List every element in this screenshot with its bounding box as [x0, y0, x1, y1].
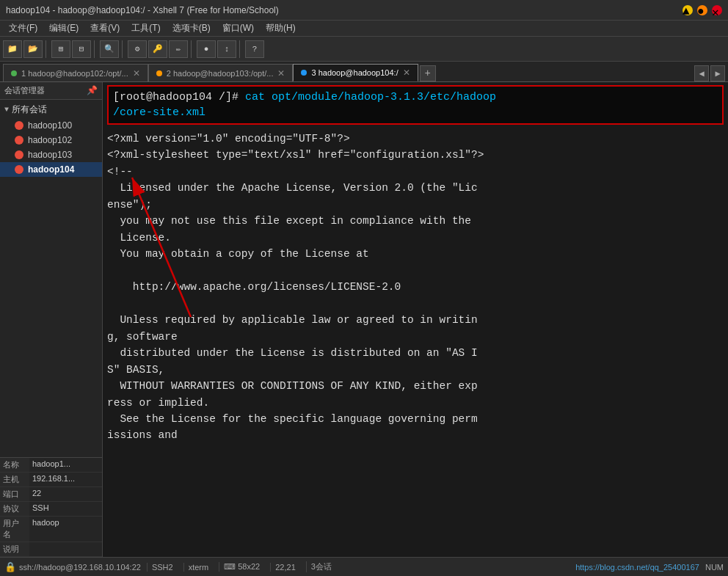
- sidebar-item-hadoop102-label: hadoop102: [28, 135, 72, 145]
- status-count: 3会话: [306, 561, 336, 572]
- info-row-protocol: 协议 SSH: [0, 502, 102, 517]
- tab-3[interactable]: 3 hadoop@hadoop104:/ ✕: [293, 64, 418, 81]
- menu-view[interactable]: 查看(V): [84, 22, 125, 34]
- menu-tabs[interactable]: 选项卡(B): [167, 22, 216, 34]
- status-terminal: xterm: [183, 563, 214, 572]
- tab-1-label: 1 hadoop@hadoop102:/opt/...: [21, 69, 128, 78]
- sidebar-item-hadoop104-label: hadoop104: [28, 164, 74, 175]
- tab-3-close[interactable]: ✕: [403, 68, 410, 78]
- sidebar-item-hadoop102[interactable]: hadoop102: [0, 133, 102, 147]
- info-row-name: 名称 hadoop1...: [0, 458, 102, 473]
- menu-bar: 文件(F) 编辑(E) 查看(V) 工具(T) 选项卡(B) 窗口(W) 帮助(…: [0, 21, 728, 37]
- window-controls: ▲ ● ✕: [682, 5, 722, 15]
- toolbar: 📁 📂 ⊞ ⊟ 🔍 ⚙ 🔑 ✏ ● ↕ ?: [0, 37, 728, 62]
- toolbar-key[interactable]: 🔑: [148, 40, 167, 58]
- status-bar: 🔒 ssh://hadoop@192.168.10.104:22 SSH2 xt…: [0, 557, 728, 576]
- command-line: [root@hadoop104 /]# cat opt/module/hadoo…: [113, 90, 718, 120]
- sidebar-item-hadoop103-label: hadoop103: [28, 150, 72, 160]
- toolbar-open[interactable]: 📂: [23, 40, 43, 58]
- status-num-mode: NUM: [705, 563, 724, 572]
- main-layout: 会话管理器 📌 ▼ 所有会话 hadoop100 hadoop102 hadoo…: [0, 82, 728, 557]
- toolbar-new[interactable]: 📁: [3, 40, 22, 58]
- title-text: hadoop104 - hadoop@hadoop104:/ - Xshell …: [6, 5, 279, 15]
- status-connection-text: ssh://hadoop@192.168.10.104:22: [19, 563, 141, 572]
- info-value-port: 22: [29, 487, 44, 501]
- sidebar-group-icon: ▼: [4, 106, 9, 114]
- status-size: ⌨ 58x22: [219, 562, 264, 572]
- toolbar-separator-1: [46, 40, 48, 58]
- tab-2-status-dot: [156, 70, 162, 76]
- status-position: 22,21: [270, 563, 300, 572]
- tab-bar: 1 hadoop@hadoop102:/opt/... ✕ 2 hadoop@h…: [0, 62, 728, 82]
- info-label-host: 主机: [0, 473, 29, 486]
- tab-1-status-dot: [11, 70, 17, 76]
- minimize-button[interactable]: ▲: [682, 5, 693, 15]
- tab-prev-button[interactable]: ◀: [694, 65, 709, 81]
- menu-edit[interactable]: 编辑(E): [43, 22, 84, 34]
- toolbar-separator-2: [94, 40, 97, 58]
- xml-content: <?xml version="1.0" encoding="UTF-8"?> <…: [107, 131, 724, 444]
- toolbar-transfer[interactable]: ↕: [217, 40, 236, 58]
- info-value-name: hadoop1...: [29, 458, 73, 472]
- terminal-area[interactable]: [root@hadoop104 /]# cat opt/module/hadoo…: [103, 82, 728, 557]
- info-value-protocol: SSH: [29, 502, 52, 516]
- info-value-desc: [29, 542, 35, 556]
- sidebar-item-hadoop102-icon: [15, 136, 23, 145]
- info-row-port: 端口 22: [0, 487, 102, 502]
- info-label-username: 用户名: [0, 517, 29, 542]
- info-label-desc: 说明: [0, 542, 29, 556]
- toolbar-separator-4: [191, 40, 194, 58]
- maximize-button[interactable]: ●: [697, 5, 707, 15]
- tab-2-close[interactable]: ✕: [277, 68, 285, 79]
- sidebar-pin-icon[interactable]: 📌: [87, 85, 98, 96]
- command-box: [root@hadoop104 /]# cat opt/module/hadoo…: [107, 85, 724, 125]
- sidebar-group-label: 所有会话: [12, 103, 47, 116]
- menu-tools[interactable]: 工具(T): [125, 22, 166, 34]
- status-protocol: SSH2: [147, 563, 178, 572]
- menu-help[interactable]: 帮助(H): [260, 22, 302, 34]
- tab-2[interactable]: 2 hadoop@hadoop103:/opt/... ✕: [148, 64, 294, 81]
- sidebar-item-hadoop100[interactable]: hadoop100: [0, 118, 102, 133]
- sidebar-item-hadoop100-label: hadoop100: [28, 120, 72, 131]
- status-url: https://blog.csdn.net/qq_25400167: [575, 563, 699, 572]
- info-row-username: 用户名 hadoop: [0, 517, 102, 542]
- sidebar-item-hadoop100-icon: [15, 121, 23, 130]
- toolbar-record[interactable]: ●: [197, 40, 216, 58]
- toolbar-separator-5: [239, 40, 242, 58]
- sidebar-group-all[interactable]: ▼ 所有会话: [0, 101, 102, 118]
- sidebar-item-hadoop103[interactable]: hadoop103: [0, 147, 102, 162]
- toolbar-settings[interactable]: ⚙: [128, 40, 147, 58]
- sidebar-item-hadoop104[interactable]: hadoop104: [0, 162, 102, 177]
- sidebar-header: 会话管理器 📌: [0, 82, 102, 100]
- title-bar: hadoop104 - hadoop@hadoop104:/ - Xshell …: [0, 0, 728, 21]
- tab-3-status-dot: [301, 70, 307, 76]
- toolbar-copy[interactable]: ⊞: [51, 40, 70, 58]
- menu-window[interactable]: 窗口(W): [216, 22, 260, 34]
- tab-1[interactable]: 1 hadoop@hadoop102:/opt/... ✕: [3, 64, 148, 81]
- close-button[interactable]: ✕: [712, 5, 722, 15]
- menu-file[interactable]: 文件(F): [3, 22, 43, 34]
- tab-next-button[interactable]: ▶: [710, 65, 725, 81]
- info-row-desc: 说明: [0, 542, 102, 557]
- status-connection: 🔒 ssh://hadoop@192.168.10.104:22: [4, 561, 141, 572]
- info-row-host: 主机 192.168.1...: [0, 473, 102, 487]
- new-tab-button[interactable]: +: [420, 65, 436, 81]
- info-value-host: 192.168.1...: [29, 473, 78, 486]
- sidebar-item-hadoop103-icon: [15, 150, 23, 159]
- toolbar-search[interactable]: 🔍: [100, 40, 119, 58]
- info-label-port: 端口: [0, 487, 29, 501]
- toolbar-separator-3: [122, 40, 125, 58]
- tab-3-label: 3 hadoop@hadoop104:/: [311, 68, 398, 77]
- info-label-protocol: 协议: [0, 502, 29, 516]
- tab-1-close[interactable]: ✕: [133, 68, 140, 79]
- tab-2-label: 2 hadoop@hadoop103:/opt/...: [167, 69, 274, 78]
- sidebar-title: 会话管理器: [4, 85, 45, 96]
- toolbar-help[interactable]: ?: [245, 40, 264, 58]
- lock-icon: 🔒: [4, 561, 16, 572]
- tab-navigation: ◀ ▶: [694, 65, 725, 81]
- command-prompt: [root@hadoop104 /]#: [113, 91, 245, 103]
- toolbar-paste[interactable]: ⊟: [72, 40, 91, 58]
- sidebar-item-hadoop104-icon: [15, 165, 23, 174]
- toolbar-compose[interactable]: ✏: [169, 40, 188, 58]
- info-panel: 名称 hadoop1... 主机 192.168.1... 端口 22 协议 S…: [0, 457, 103, 557]
